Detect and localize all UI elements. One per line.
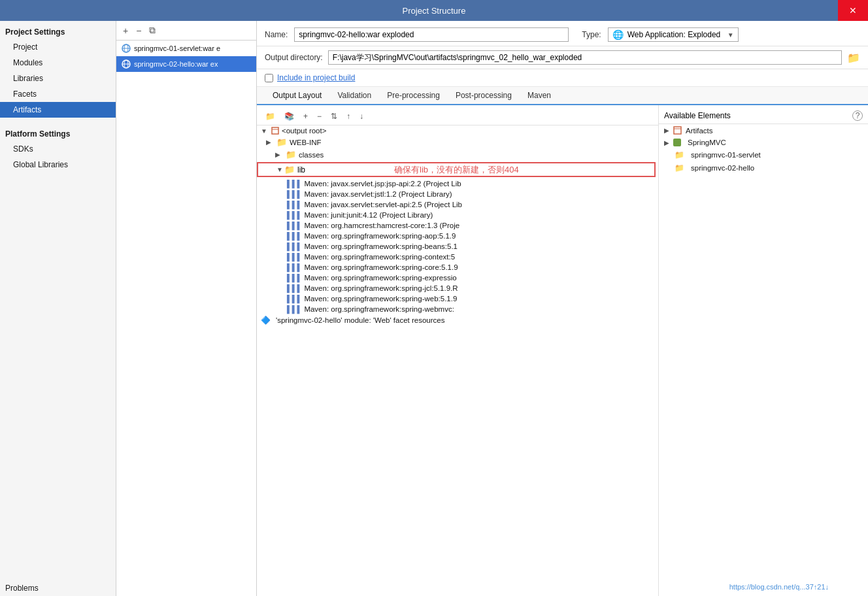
avail-artifacts-toggle[interactable]: ▶ <box>664 127 669 134</box>
tree-item-maven10[interactable]: ▐▐▐ Maven: org.springframework:spring-ex… <box>257 273 658 283</box>
output-dir-input[interactable] <box>328 50 842 65</box>
available-panel: Available Elements ? ▶ Artifacts ▶ Sprin… <box>659 105 868 596</box>
tree-item-maven7[interactable]: ▐▐▐ Maven: org.springframework:spring-be… <box>257 241 658 252</box>
tree-item-module-resource[interactable]: 🔷 'springmvc-02-hello' module: 'Web' fac… <box>257 314 658 326</box>
tree-item-maven1[interactable]: ▐▐▐ Maven: javax.servlet.jsp:jsp-api:2.2… <box>257 178 658 189</box>
tree-item-maven6[interactable]: ▐▐▐ Maven: org.springframework:spring-ao… <box>257 231 658 241</box>
browse-output-dir-button[interactable]: 📁 <box>847 52 860 64</box>
folder-icon-web-inf: 📁 <box>276 137 287 147</box>
toggle-lib[interactable]: ▼ <box>276 166 284 173</box>
tree-sort-button[interactable]: ⇅ <box>327 110 341 123</box>
maven10-label: Maven: org.springframework:spring-expres… <box>304 274 456 282</box>
lib-label: lib <box>297 165 305 174</box>
avail-springmvc-label: SpringMVC <box>688 139 726 146</box>
add-artifact-button[interactable]: + <box>120 24 131 37</box>
tree-item-lib[interactable]: ▼ 📁 lib 确保有lib，没有的新建，否则404 <box>257 162 656 177</box>
available-servlet-item[interactable]: 📁 springmvc-01-servlet <box>659 148 868 161</box>
jar-icon-7: ▐▐▐ <box>284 242 299 250</box>
artifact-list-panel: + − ⧉ springmvc-01-servlet:war e springm… <box>116 21 257 596</box>
tab-validation[interactable]: Validation <box>329 87 379 105</box>
tree-item-classes[interactable]: ▶ 📁 classes <box>257 148 658 161</box>
available-artifacts-item[interactable]: ▶ Artifacts <box>659 124 868 137</box>
tree-down-button[interactable]: ↓ <box>356 110 367 123</box>
web-artifact-icon-2 <box>122 59 131 69</box>
sidebar-item-project[interactable]: Project <box>0 39 116 55</box>
tab-output-layout[interactable]: Output Layout <box>265 87 329 105</box>
tree-remove-button[interactable]: − <box>314 110 325 123</box>
classes-label: classes <box>299 151 324 159</box>
jar-icon-10: ▐▐▐ <box>284 274 299 282</box>
sidebar-item-problems[interactable]: Problems <box>0 577 116 596</box>
folder-icon-lib: 📁 <box>284 165 295 174</box>
maven3-label: Maven: javax.servlet:servlet-api:2.5 (Pr… <box>304 201 462 208</box>
jar-icon-4: ▐▐▐ <box>284 211 299 219</box>
tree-item-maven3[interactable]: ▐▐▐ Maven: javax.servlet:servlet-api:2.5… <box>257 199 658 210</box>
tree-folder-add-button[interactable]: 📁 <box>262 110 278 123</box>
avail-servlet-label: springmvc-01-servlet <box>691 151 761 159</box>
tabs-row: Output Layout Validation Pre-processing … <box>257 87 868 105</box>
tree-item-output-root[interactable]: ▼ <output root> <box>257 125 658 136</box>
build-link[interactable]: build <box>339 73 355 82</box>
artifact-list-item-2[interactable]: springmvc-02-hello:war ex <box>116 56 256 72</box>
tree-add-button[interactable]: + <box>300 110 311 123</box>
toggle-output-root[interactable]: ▼ <box>261 127 269 135</box>
tab-maven[interactable]: Maven <box>520 87 559 105</box>
tree-item-maven5[interactable]: ▐▐▐ Maven: org.hamcrest:hamcrest-core:1.… <box>257 220 658 231</box>
sidebar-item-libraries[interactable]: Libraries <box>0 71 116 86</box>
type-select[interactable]: 🌐 Web Application: Exploded ▼ <box>608 27 739 42</box>
tab-post-processing[interactable]: Post-processing <box>448 87 520 105</box>
include-in-build-row: Include in project build <box>257 69 868 87</box>
available-hello-item[interactable]: 📁 springmvc-02-hello <box>659 161 868 174</box>
name-input[interactable] <box>294 27 569 42</box>
tree-item-maven9[interactable]: ▐▐▐ Maven: org.springframework:spring-co… <box>257 262 658 273</box>
jar-icon-2: ▐▐▐ <box>284 190 299 198</box>
sidebar-item-artifacts[interactable]: Artifacts <box>0 102 116 118</box>
avail-springmvc-toggle[interactable]: ▶ <box>664 139 669 146</box>
available-elements-label: Available Elements <box>664 111 731 120</box>
jar-icon-12: ▐▐▐ <box>284 295 299 303</box>
include-in-build-label: Include in project build <box>277 73 355 82</box>
avail-hello-icon: 📁 <box>675 163 684 173</box>
maven5-label: Maven: org.hamcrest:hamcrest-core:1.3 (P… <box>304 222 459 229</box>
jar-icon-11: ▐▐▐ <box>284 284 299 292</box>
jar-icon-5: ▐▐▐ <box>284 222 299 229</box>
tree-item-web-inf[interactable]: ▶ 📁 WEB-INF <box>257 136 658 148</box>
jar-icon-3: ▐▐▐ <box>284 201 299 208</box>
maven12-label: Maven: org.springframework:spring-web:5.… <box>304 295 457 303</box>
sidebar: Project Settings Project Modules Librari… <box>0 21 116 596</box>
tree-library-button[interactable]: 📚 <box>281 110 297 123</box>
main-layout: Project Settings Project Modules Librari… <box>0 21 868 596</box>
toggle-classes[interactable]: ▶ <box>275 151 283 158</box>
tree-item-maven2[interactable]: ▐▐▐ Maven: javax.servlet:jstl:1.2 (Proje… <box>257 189 658 199</box>
tree-item-maven11[interactable]: ▐▐▐ Maven: org.springframework:spring-jc… <box>257 283 658 293</box>
avail-servlet-icon: 📁 <box>675 150 684 159</box>
sidebar-item-facets[interactable]: Facets <box>0 86 116 102</box>
available-springmvc-item[interactable]: ▶ SpringMVC <box>659 137 868 148</box>
tab-pre-processing[interactable]: Pre-processing <box>379 87 448 105</box>
remove-artifact-button[interactable]: − <box>133 24 144 37</box>
title-text: Project Structure <box>403 6 466 16</box>
sidebar-item-global-libraries[interactable]: Global Libraries <box>0 157 116 173</box>
artifact-list-item-1[interactable]: springmvc-01-servlet:war e <box>116 41 256 56</box>
copy-artifact-button[interactable]: ⧉ <box>146 24 158 37</box>
sidebar-item-sdks[interactable]: SDKs <box>0 141 116 157</box>
sidebar-item-modules[interactable]: Modules <box>0 55 116 71</box>
tree-item-maven13[interactable]: ▐▐▐ Maven: org.springframework:spring-we… <box>257 304 658 314</box>
jar-icon-6: ▐▐▐ <box>284 232 299 240</box>
help-icon[interactable]: ? <box>852 110 863 121</box>
maven2-label: Maven: javax.servlet:jstl:1.2 (Project L… <box>304 190 452 198</box>
include-in-build-checkbox[interactable] <box>265 74 273 82</box>
type-arrow-icon: ▼ <box>727 31 734 39</box>
svg-rect-6 <box>272 127 278 134</box>
close-button[interactable]: ✕ <box>838 0 868 21</box>
tree-item-maven8[interactable]: ▐▐▐ Maven: org.springframework:spring-co… <box>257 252 658 262</box>
toggle-web-inf[interactable]: ▶ <box>266 139 274 146</box>
avail-hello-label: springmvc-02-hello <box>691 164 754 172</box>
tree-up-button[interactable]: ↑ <box>343 110 354 123</box>
jar-icon-8: ▐▐▐ <box>284 253 299 261</box>
lib-annotation: 确保有lib，没有的新建，否则404 <box>389 164 519 176</box>
folder-icon-classes: 📁 <box>286 150 296 159</box>
project-settings-header: Project Settings <box>0 21 116 39</box>
tree-item-maven4[interactable]: ▐▐▐ Maven: junit:junit:4.12 (Project Lib… <box>257 210 658 220</box>
tree-item-maven12[interactable]: ▐▐▐ Maven: org.springframework:spring-we… <box>257 293 658 304</box>
